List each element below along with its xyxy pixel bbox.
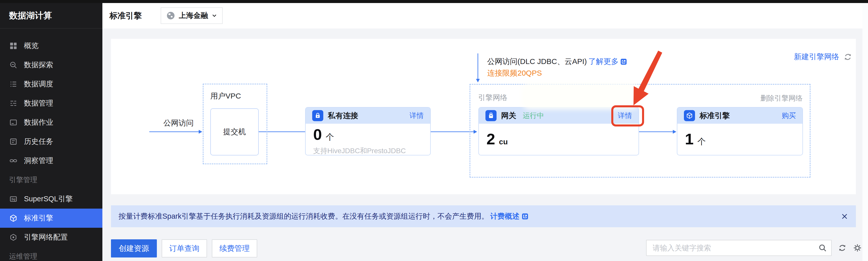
- engine-network-label: 引擎网络: [478, 93, 507, 103]
- qps-limit-label: 连接限频20QPS: [487, 68, 542, 78]
- gateway-count: 2: [487, 131, 495, 147]
- standard-engine-buy-link[interactable]: 购买: [782, 111, 796, 121]
- standard-engine-count: 1: [685, 131, 693, 147]
- gateway-status: 运行中: [523, 111, 544, 121]
- sidebar-section-运维管理: 运维管理: [0, 247, 102, 261]
- search-box: [646, 240, 832, 256]
- billing-notice-bar: 按量计费标准Spark引擎基于任务执行消耗及资源组的运行消耗收费。在没有任务或资…: [111, 205, 856, 227]
- sidebar-item-标准引擎[interactable]: 标准引擎: [0, 208, 102, 228]
- redacted-network-name: [526, 86, 636, 106]
- sidebar-item-历史任务[interactable]: 历史任务: [0, 132, 102, 151]
- sidebar: 数据湖计算 概览 数据探索 数据调度 数据管理 数据作业 历史任务 洞察管理 引…: [0, 3, 102, 261]
- supersql-icon: Sq: [9, 195, 18, 203]
- private-link-caption: 支持HiveJDBC和PrestoJDBC: [313, 146, 430, 156]
- standard-engine-card-header: 标准引擎 购买: [677, 107, 802, 124]
- insight-icon: [9, 157, 18, 165]
- top-strip: [0, 0, 868, 3]
- gateway-card-header: 网关 运行中 详情: [479, 107, 639, 124]
- billing-notice-text: 按量计费标准Spark引擎基于任务执行消耗及资源组的运行消耗收费。在没有任务或资…: [119, 211, 489, 222]
- region-label: 上海金融: [179, 10, 208, 21]
- create-resource-button[interactable]: 创建资源: [111, 239, 157, 258]
- standard-engine-title: 标准引擎: [700, 110, 730, 121]
- page-header: 标准引擎 上海金融: [102, 3, 868, 29]
- svg-text:Sq: Sq: [11, 197, 16, 201]
- sidebar-item-洞察管理[interactable]: 洞察管理: [0, 151, 102, 170]
- annotation-text: 公网访问(DLC JDBC、云API): [487, 57, 587, 67]
- close-icon[interactable]: [841, 213, 848, 220]
- cube-icon: [684, 110, 695, 121]
- external-link-icon: [620, 58, 627, 65]
- gear-icon[interactable]: [853, 243, 862, 253]
- manage-icon: [9, 99, 18, 107]
- overview-icon: [9, 41, 18, 50]
- standard-engine-unit: 个: [697, 136, 706, 148]
- new-engine-network-link[interactable]: 新建引擎网络: [794, 52, 839, 62]
- standard-engine-card: 标准引擎 购买 1 个: [677, 107, 803, 156]
- private-link-title: 私有连接: [328, 110, 358, 121]
- search-icon[interactable]: [818, 243, 827, 253]
- history-icon: [9, 137, 18, 146]
- new-network-area: 新建引擎网络: [794, 52, 852, 62]
- user-vpc-label: 用户VPC: [210, 91, 241, 101]
- schedule-icon: [9, 80, 18, 89]
- search-input[interactable]: [646, 240, 832, 256]
- private-link-card-header: 私有连接 详情: [306, 107, 430, 124]
- order-query-button[interactable]: 订单查询: [162, 239, 207, 258]
- sidebar-item-数据探索[interactable]: 数据探索: [0, 56, 102, 74]
- sidebar-item-引擎网络配置[interactable]: 引擎网络配置: [0, 228, 102, 247]
- job-icon: [9, 118, 18, 127]
- gateway-title: 网关: [501, 110, 516, 121]
- sidebar-nav: 概览 数据探索 数据调度 数据管理 数据作业 历史任务 洞察管理 引擎管理 Sq…: [0, 36, 102, 261]
- gateway-card: 网关 运行中 详情 2 cu: [478, 107, 639, 156]
- lock-icon: [312, 110, 323, 121]
- billing-overview-link[interactable]: 计费概述: [490, 211, 529, 222]
- product-title: 数据湖计算: [0, 3, 102, 29]
- renewal-manage-button[interactable]: 续费管理: [212, 239, 257, 258]
- netconfig-icon: [9, 233, 18, 241]
- learn-more-link[interactable]: 了解更多: [588, 57, 619, 67]
- delete-engine-network-link[interactable]: 删除引擎网络: [760, 94, 803, 103]
- refresh-icon[interactable]: [838, 243, 847, 253]
- sidebar-item-概览[interactable]: 概览: [0, 36, 102, 56]
- refresh-icon[interactable]: [843, 53, 852, 62]
- sidebar-section-引擎管理: 引擎管理: [0, 170, 102, 190]
- submit-machine-box: 提交机: [210, 108, 259, 156]
- page-title: 标准引擎: [110, 3, 142, 29]
- chevron-down-icon: [211, 12, 218, 19]
- sidebar-item-数据管理[interactable]: 数据管理: [0, 94, 102, 113]
- private-link-card: 私有连接 详情 0 个 支持HiveJDBC和PrestoJDBC: [305, 107, 431, 156]
- cube-icon: [9, 214, 18, 223]
- private-link-unit: 个: [326, 131, 334, 143]
- private-link-detail-link[interactable]: 详情: [409, 111, 424, 121]
- globe-icon: [166, 10, 176, 21]
- sidebar-item-数据作业[interactable]: 数据作业: [0, 113, 102, 132]
- region-selector[interactable]: 上海金融: [161, 7, 223, 24]
- sidebar-item-数据调度[interactable]: 数据调度: [0, 74, 102, 94]
- search-area: [646, 240, 862, 256]
- scrollbar-track[interactable]: [863, 3, 868, 261]
- explore-icon: [9, 61, 18, 69]
- private-link-count: 0: [313, 126, 322, 142]
- sidebar-item-SuperSQL引擎[interactable]: Sq SuperSQL引擎: [0, 190, 102, 208]
- public-access-label: 公网访问: [163, 118, 194, 128]
- toolbar: 创建资源 订单查询 续费管理: [111, 239, 257, 258]
- gateway-icon: [486, 110, 497, 121]
- gateway-unit: cu: [499, 137, 508, 146]
- gateway-detail-link[interactable]: 详情: [618, 111, 632, 121]
- public-access-annotation: 公网访问(DLC JDBC、云API)了解更多: [487, 57, 627, 67]
- external-link-icon: [522, 213, 529, 220]
